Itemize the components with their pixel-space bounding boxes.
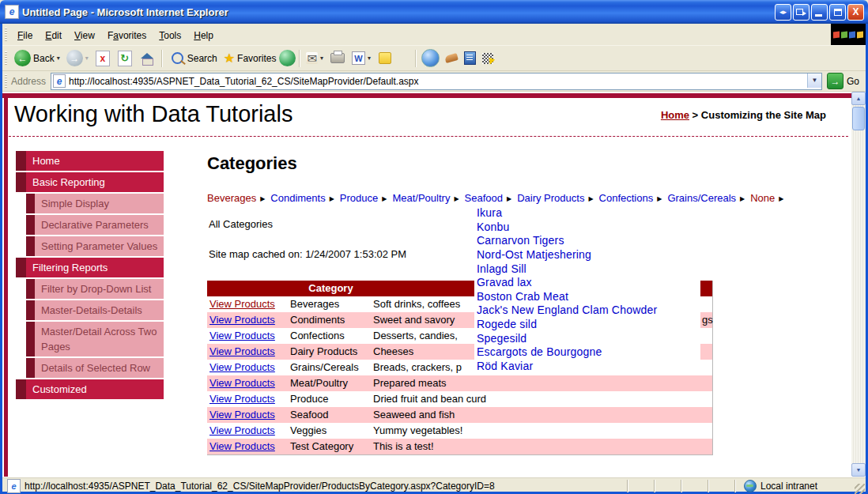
sidebar-item-filter-by-drop-down-list[interactable]: Filter by Drop-Down List — [16, 279, 164, 299]
menu-tools[interactable]: Tools — [153, 28, 187, 43]
menu-file[interactable]: File — [11, 28, 39, 43]
category-cell: Test Category — [290, 439, 372, 454]
category-column-header: Category — [290, 281, 372, 296]
sidebar-item-master-detail-across-two-pages[interactable]: Master/Detail Across Two Pages — [16, 322, 164, 356]
view-products-link[interactable]: View Products — [207, 375, 290, 391]
view-products-link[interactable]: View Products — [207, 328, 290, 344]
description-cell: Dried fruit and bean curd — [372, 391, 712, 407]
history-button[interactable] — [279, 50, 296, 66]
quick-nav-button[interactable] — [482, 53, 493, 64]
favorites-button[interactable]: ★ Favorites — [221, 51, 280, 66]
scroll-up-button[interactable]: ▲ — [851, 92, 866, 105]
view-products-link[interactable]: View Products — [207, 344, 290, 360]
custom-tool-icon[interactable] — [444, 53, 459, 63]
discuss-button[interactable] — [379, 52, 391, 64]
submenu-item-konbu[interactable]: Konbu — [474, 221, 700, 233]
description-cell: Seaweed and fish — [372, 407, 712, 423]
submenu-item-escargots-de-bourgogne[interactable]: Escargots de Bourgogne — [474, 345, 700, 358]
nav-horizontal-button[interactable]: ◂▸ — [775, 4, 791, 21]
window-frame: FileEditViewFavoritesToolsHelp ← Back ▾ … — [0, 24, 868, 494]
menu-edit[interactable]: Edit — [39, 28, 68, 43]
category-menu-item-condiments[interactable]: Condiments — [270, 192, 325, 204]
category-cell: Dairy Products — [290, 344, 372, 360]
sidebar-item-simple-display[interactable]: Simple Display — [16, 194, 164, 213]
menu-help[interactable]: Help — [187, 28, 220, 43]
resize-grip[interactable] — [855, 484, 865, 494]
home-button[interactable] — [141, 53, 153, 64]
menu-bar: FileEditViewFavoritesToolsHelp — [2, 24, 866, 46]
view-products-link[interactable]: View Products — [207, 312, 290, 328]
scroll-down-button[interactable]: ▼ — [851, 463, 866, 477]
forward-button[interactable]: → ▾ — [63, 50, 92, 66]
forward-dropdown-icon[interactable]: ▾ — [85, 55, 89, 62]
sidebar-item-declarative-parameters[interactable]: Declarative Parameters — [16, 215, 164, 235]
category-menu-item-grains-cereals[interactable]: Grains/Cereals — [667, 192, 736, 204]
category-menu-item-dairy-products[interactable]: Dairy Products — [517, 192, 584, 204]
addressbar-grip[interactable] — [5, 74, 7, 89]
view-products-link[interactable]: View Products — [207, 360, 290, 375]
close-button[interactable]: X — [847, 4, 864, 21]
submenu-item-inlagd-sill[interactable]: Inlagd Sill — [474, 262, 700, 275]
edit-dropdown-icon[interactable]: ▾ — [368, 55, 371, 62]
submenu-item-jack-s-new-england-clam-chowder[interactable]: Jack's New England Clam Chowder — [474, 304, 700, 316]
window-title: Untitled Page - Microsoft Internet Explo… — [22, 6, 228, 18]
category-menu-item-produce[interactable]: Produce — [340, 192, 378, 204]
view-products-link[interactable]: View Products — [207, 423, 290, 439]
view-products-link[interactable]: View Products — [207, 439, 290, 454]
sidebar-item-basic-reporting[interactable]: Basic Reporting — [16, 172, 164, 192]
back-dropdown-icon[interactable]: ▾ — [57, 55, 60, 62]
submenu-item-carnarvon-tigers[interactable]: Carnarvon Tigers — [474, 234, 700, 247]
back-icon: ← — [14, 50, 31, 66]
vertical-scrollbar[interactable]: ▲ ▼ — [851, 92, 866, 477]
category-menu-item-none[interactable]: None — [750, 192, 775, 204]
submenu-item-rogede-sild[interactable]: Rogede sild — [474, 318, 700, 330]
breadcrumb-home-link[interactable]: Home — [661, 109, 689, 121]
sidebar-item-filtering-reports[interactable]: Filtering Reports — [16, 258, 164, 277]
view-products-link[interactable]: View Products — [207, 391, 290, 407]
category-cell: Seafood — [290, 407, 372, 423]
submenu-item-nord-ost-matjeshering[interactable]: Nord-Ost Matjeshering — [474, 248, 700, 261]
back-button[interactable]: ← Back ▾ — [11, 50, 63, 66]
pop-out-button[interactable] — [793, 4, 810, 21]
search-button[interactable]: Search — [165, 52, 221, 64]
submenu-item-gravad-lax[interactable]: Gravad lax — [474, 276, 700, 288]
edit-word-button[interactable]: W ▾ — [349, 51, 374, 65]
sidebar-item-home[interactable]: Home — [16, 151, 164, 171]
go-button[interactable]: → Go — [822, 73, 866, 89]
menu-view[interactable]: View — [68, 28, 101, 43]
minimize-icon — [815, 14, 822, 17]
sidebar-item-details-of-selected-row[interactable]: Details of Selected Row — [16, 358, 164, 378]
window-buttons: ◂▸ X — [775, 4, 864, 21]
address-dropdown-button[interactable]: ▼ — [807, 74, 821, 88]
menu-favorites[interactable]: Favorites — [101, 28, 153, 43]
view-products-link[interactable]: View Products — [207, 407, 290, 423]
minimize-button[interactable] — [811, 4, 828, 21]
category-menu-item-confections[interactable]: Confections — [599, 192, 654, 204]
sidebar-item-master-details-details[interactable]: Master-Details-Details — [16, 300, 164, 320]
view-products-link[interactable]: View Products — [207, 296, 290, 312]
toolbar-grip[interactable] — [5, 51, 7, 66]
refresh-button[interactable]: ↻ — [118, 51, 132, 66]
mail-dropdown-icon[interactable]: ▾ — [320, 55, 323, 62]
scrollbar-thumb[interactable] — [852, 107, 865, 130]
submenu-item-ikura[interactable]: Ikura — [474, 206, 700, 219]
address-input[interactable]: e http://localhost:4935/ASPNET_Data_Tuto… — [51, 73, 822, 90]
submenu-item-spegesild[interactable]: Spegesild — [474, 332, 700, 345]
print-button[interactable] — [330, 53, 345, 63]
status-zone-label: Local intranet — [760, 481, 817, 492]
category-menu-item-beverages[interactable]: Beverages — [207, 192, 256, 204]
submenu-item-r-d-kaviar[interactable]: Röd Kaviar — [474, 360, 700, 372]
menubar-grip[interactable] — [5, 28, 7, 42]
table-row: View ProductsTest CategoryThis is a test… — [207, 439, 712, 454]
category-menu-item-meat-poultry[interactable]: Meat/Poultry — [392, 192, 450, 204]
page-title: Categories — [207, 153, 297, 174]
messenger-button[interactable] — [421, 49, 440, 67]
research-button[interactable] — [464, 51, 476, 65]
maximize-button[interactable] — [829, 4, 846, 21]
sidebar-item-setting-parameter-values[interactable]: Setting Parameter Values — [16, 236, 164, 256]
sidebar-item-customized[interactable]: Customized — [16, 379, 164, 399]
stop-button[interactable]: x — [96, 51, 110, 66]
submenu-item-boston-crab-meat[interactable]: Boston Crab Meat — [474, 290, 700, 303]
category-menu-item-seafood[interactable]: Seafood — [465, 192, 503, 204]
mail-button[interactable]: ✉ ▾ — [303, 52, 326, 64]
